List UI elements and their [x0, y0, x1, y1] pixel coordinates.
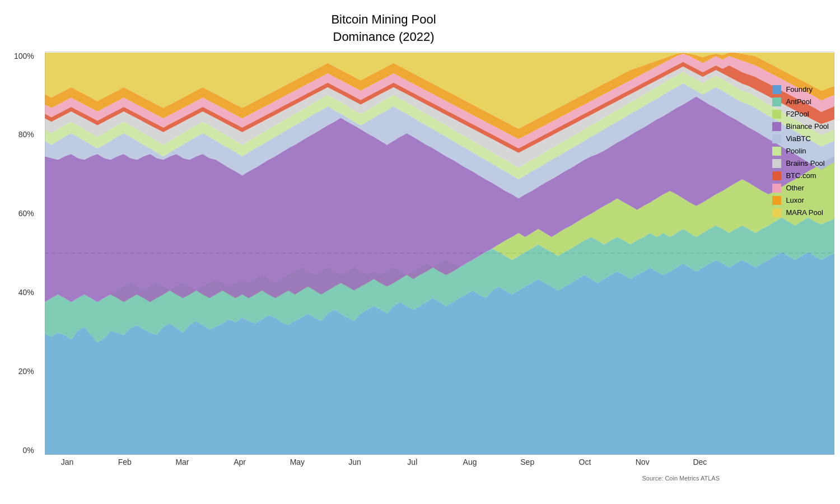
- x-label-jan: Jan: [45, 458, 90, 466]
- legend-swatch-btccom: [772, 171, 781, 180]
- legend-label-antpool: AntPool: [786, 97, 811, 106]
- x-label-oct: Oct: [562, 458, 607, 466]
- x-label-feb: Feb: [102, 458, 147, 466]
- legend-label-other: Other: [786, 184, 804, 192]
- y-label-40: 40%: [18, 288, 34, 297]
- legend-item-antpool: AntPool: [772, 97, 829, 106]
- x-label-sep: Sep: [505, 458, 550, 466]
- legend-label-foundry: Foundry: [786, 85, 813, 94]
- x-label-aug: Aug: [447, 458, 492, 466]
- chart-title: Bitcoin Mining Pool Dominance (2022): [45, 11, 834, 46]
- legend-item-braiins: Braiins Pool: [772, 159, 829, 168]
- legend-label-braiins: Braiins Pool: [786, 159, 824, 167]
- y-label-20: 20%: [18, 367, 34, 376]
- legend-label-f2pool: F2Pool: [786, 110, 809, 118]
- legend-swatch-f2pool: [772, 110, 781, 119]
- title-line1: Bitcoin Mining Pool: [331, 12, 436, 26]
- x-label-jul: Jul: [390, 458, 435, 466]
- legend-item-foundry: Foundry: [772, 85, 829, 94]
- y-label-100: 100%: [14, 52, 34, 60]
- y-label-0: 0%: [23, 446, 34, 455]
- legend-item-btccom: BTC.com: [772, 171, 829, 180]
- legend-swatch-luxor: [772, 196, 781, 205]
- legend-swatch-marapool: [772, 208, 781, 217]
- legend-swatch-other: [772, 184, 781, 193]
- chart-container: Bitcoin Mining Pool Dominance (2022) 0% …: [0, 0, 840, 504]
- legend-item-other: Other: [772, 184, 829, 193]
- title-line2: Dominance (2022): [333, 30, 435, 44]
- legend-item-poolin: Poolin: [772, 147, 829, 156]
- legend-label-marapool: MARA Pool: [786, 208, 823, 217]
- legend-label-poolin: Poolin: [786, 147, 806, 155]
- legend-item-marapool: MARA Pool: [772, 208, 829, 217]
- chart-area: 0% 20% 40% 60% 80% 100%: [45, 52, 834, 455]
- y-label-80: 80%: [18, 130, 34, 139]
- legend-item-luxor: Luxor: [772, 196, 829, 205]
- y-label-60: 60%: [18, 209, 34, 218]
- legend-label-binance: Binance Pool: [786, 122, 829, 130]
- x-label-dec: Dec: [678, 458, 722, 466]
- legend-swatch-binance: [772, 122, 781, 131]
- main-chart-svg: [45, 52, 834, 455]
- source-attribution: Source: Coin Metrics ATLAS: [642, 475, 720, 482]
- legend-label-btccom: BTC.com: [786, 171, 816, 180]
- legend-item-binance: Binance Pool: [772, 122, 829, 131]
- x-axis: Jan Feb Mar Apr May Jun Jul Aug Sep Oct …: [45, 458, 834, 466]
- legend-swatch-braiins: [772, 159, 781, 168]
- y-axis: 0% 20% 40% 60% 80% 100%: [14, 52, 34, 455]
- legend-swatch-poolin: [772, 147, 781, 156]
- legend-swatch-foundry: [772, 85, 781, 94]
- x-label-jun: Jun: [333, 458, 377, 466]
- legend-label-viabtc: ViaBTC: [786, 134, 811, 143]
- legend-item-f2pool: F2Pool: [772, 110, 829, 119]
- chart-legend: Foundry AntPool F2Pool Binance Pool ViaB…: [772, 85, 829, 217]
- x-label-mar: Mar: [160, 458, 204, 466]
- x-label-may: May: [275, 458, 320, 466]
- x-label-apr: Apr: [217, 458, 262, 466]
- legend-swatch-antpool: [772, 97, 781, 106]
- legend-item-viabtc: ViaBTC: [772, 134, 829, 143]
- legend-swatch-viabtc: [772, 134, 781, 143]
- x-label-nov: Nov: [620, 458, 665, 466]
- legend-label-luxor: Luxor: [786, 196, 804, 204]
